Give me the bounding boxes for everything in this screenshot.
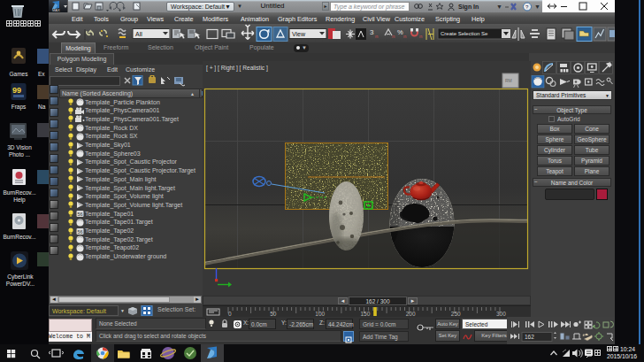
svg-text:56: 56 [78, 212, 83, 217]
svg-text:All: All [135, 31, 142, 37]
svg-text:n: n [403, 34, 406, 39]
svg-text:[ + ] [ Right ] [ Realistic ]: [ + ] [ Right ] [ Realistic ] [206, 65, 268, 72]
svg-text:99: 99 [12, 86, 21, 95]
svg-text:Create Selection Se: Create Selection Se [441, 31, 488, 36]
svg-text:3: 3 [370, 28, 374, 36]
svg-text:n: n [419, 34, 422, 39]
svg-text:n: n [375, 34, 378, 39]
svg-text:▼: ▼ [534, 4, 540, 10]
svg-text:162: 162 [525, 334, 534, 340]
svg-text:56: 56 [78, 229, 83, 235]
svg-text:n: n [392, 34, 395, 39]
svg-text:View: View [292, 31, 306, 37]
svg-text:▼: ▼ [496, 4, 502, 10]
svg-text:%: % [397, 28, 403, 36]
svg-text:Sign In: Sign In [458, 4, 479, 11]
svg-text:RM: RM [505, 78, 512, 83]
